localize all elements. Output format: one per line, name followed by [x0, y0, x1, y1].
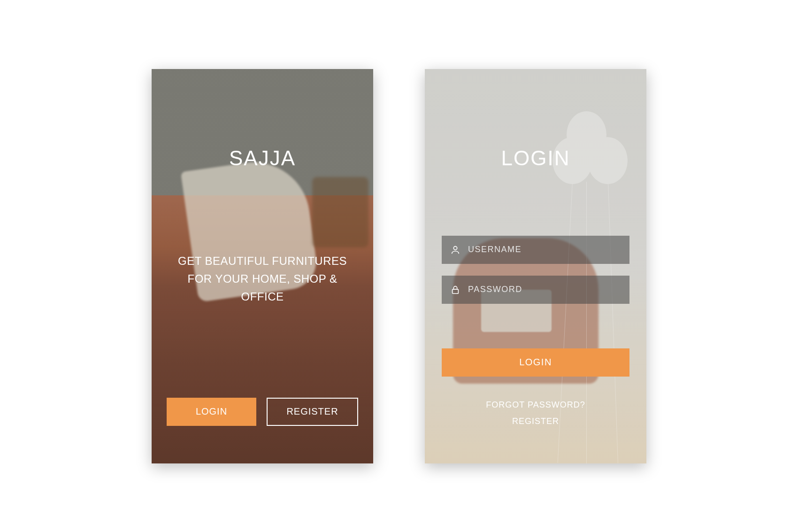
- tagline-text: GET BEAUTIFUL FURNITURES FOR YOUR HOME, …: [152, 252, 373, 306]
- user-icon: [450, 245, 460, 255]
- username-input[interactable]: [468, 245, 621, 254]
- login-submit-button[interactable]: LOGIN: [442, 348, 629, 377]
- login-content: LOGIN LOGIN FORGOT PASSWORD? REGISTER: [425, 69, 646, 463]
- welcome-button-row: LOGIN REGISTER: [152, 398, 373, 426]
- svg-point-0: [453, 246, 457, 249]
- login-title: LOGIN: [501, 146, 570, 170]
- brand-title: SAJJA: [229, 146, 296, 170]
- password-field-group[interactable]: [442, 276, 629, 304]
- svg-rect-1: [453, 289, 459, 293]
- username-field-group[interactable]: [442, 236, 629, 264]
- welcome-content: SAJJA GET BEAUTIFUL FURNITURES FOR YOUR …: [152, 69, 373, 463]
- forgot-password-link[interactable]: FORGOT PASSWORD?: [486, 400, 585, 410]
- welcome-screen: SAJJA GET BEAUTIFUL FURNITURES FOR YOUR …: [152, 69, 373, 463]
- login-form: [425, 236, 646, 304]
- login-links: FORGOT PASSWORD? REGISTER: [486, 400, 585, 426]
- login-button[interactable]: LOGIN: [167, 398, 256, 426]
- login-screen: LOGIN LOGIN FORGOT PASSWORD? REGISTER: [425, 69, 646, 463]
- password-input[interactable]: [468, 285, 621, 294]
- register-button[interactable]: REGISTER: [267, 398, 358, 426]
- register-link[interactable]: REGISTER: [512, 416, 559, 426]
- lock-icon: [450, 285, 460, 295]
